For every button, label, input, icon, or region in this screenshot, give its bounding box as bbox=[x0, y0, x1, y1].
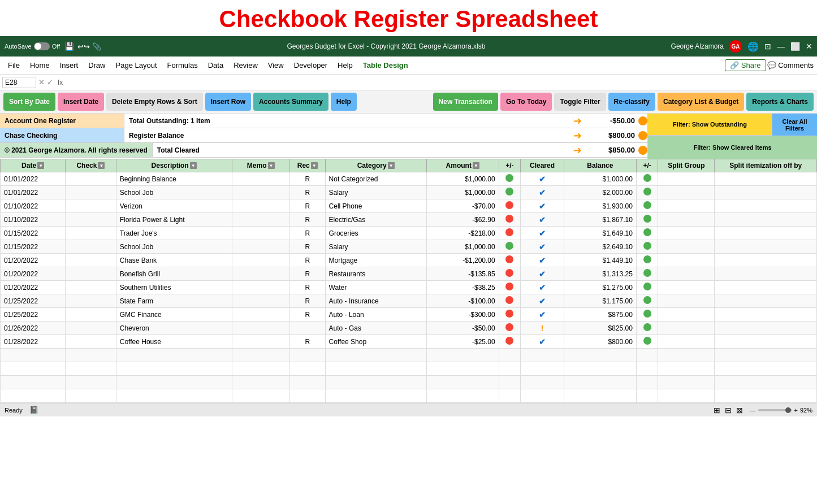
table-row[interactable]: 01/25/2022 State Farm R Auto - Insurance… bbox=[1, 294, 817, 308]
cell-amount-dot bbox=[499, 213, 520, 227]
empty-cell bbox=[325, 362, 426, 376]
accounts-summary-button[interactable]: Accounts Summary bbox=[253, 93, 328, 111]
cell-split-group bbox=[658, 294, 715, 308]
menu-developer[interactable]: Developer bbox=[289, 59, 332, 72]
toggle-filter-button[interactable]: Toggle Filter bbox=[554, 93, 606, 111]
cell-desc: Beginning Balance bbox=[116, 172, 232, 186]
cell-balance: $825.00 bbox=[564, 321, 636, 335]
amount-filter-icon[interactable]: ▼ bbox=[473, 162, 479, 169]
title-right: George Alzamora GA 🌐 ⊡ — ⬜ ✕ bbox=[671, 40, 812, 53]
cleared-check: ✔ bbox=[539, 283, 546, 292]
cleared-check: ✔ bbox=[539, 229, 546, 238]
share-button[interactable]: 🔗 Share bbox=[725, 59, 766, 71]
save-icon[interactable]: 💾 bbox=[64, 42, 74, 51]
cell-date: 01/20/2022 bbox=[1, 267, 66, 281]
menu-help[interactable]: Help bbox=[333, 59, 357, 72]
help-button[interactable]: Help bbox=[331, 93, 357, 111]
quick-access-icon[interactable]: 📎 bbox=[92, 42, 101, 51]
empty-cell bbox=[521, 362, 564, 376]
sort-by-date-button[interactable]: Sort By Date bbox=[3, 93, 55, 111]
table-row[interactable]: 01/20/2022 Southern Utilities R Water -$… bbox=[1, 281, 817, 294]
cell-split-itemization bbox=[715, 213, 817, 227]
menu-table-design[interactable]: Table Design bbox=[358, 59, 413, 72]
page-break-icon[interactable]: ⊠ bbox=[736, 406, 743, 415]
zoom-in-icon[interactable]: + bbox=[794, 407, 798, 414]
menu-review[interactable]: Review bbox=[229, 59, 262, 72]
cell-rec: R bbox=[289, 335, 325, 349]
menu-page-layout[interactable]: Page Layout bbox=[111, 59, 162, 72]
outstanding-row: Account One Register Total Outstanding: … bbox=[0, 114, 647, 128]
zoom-track[interactable] bbox=[758, 409, 792, 411]
cell-memo bbox=[232, 227, 289, 240]
insert-row-button[interactable]: Insert Row bbox=[205, 93, 251, 111]
delete-empty-rows-button[interactable]: Delete Empty Rows & Sort bbox=[106, 93, 203, 111]
go-to-today-button[interactable]: Go To Today bbox=[500, 93, 552, 111]
table-row[interactable]: 01/10/2022 Verizon R Cell Phone -$70.00 … bbox=[1, 199, 817, 213]
filter-cleared-button[interactable]: Filter: Show Cleared Items bbox=[648, 136, 817, 159]
table-row[interactable]: 01/28/2022 Coffee House R Coffee Shop -$… bbox=[1, 335, 817, 349]
category-list-button[interactable]: Category List & Budget bbox=[658, 93, 744, 111]
redo-icon[interactable]: ↪ bbox=[84, 42, 90, 51]
col-cleared: Cleared bbox=[521, 159, 564, 172]
menu-insert[interactable]: Insert bbox=[55, 59, 83, 72]
new-transaction-button[interactable]: New Transaction bbox=[433, 93, 498, 111]
date-filter-icon[interactable]: ▼ bbox=[37, 162, 44, 169]
cell-category: Restaurants bbox=[325, 267, 426, 281]
minimize-icon[interactable]: — bbox=[777, 42, 785, 51]
col-category: Category▼ bbox=[325, 159, 426, 172]
memo-filter-icon[interactable]: ▼ bbox=[268, 162, 275, 169]
cell-amount: -$70.00 bbox=[426, 199, 499, 213]
close-icon[interactable]: ✕ bbox=[806, 42, 812, 51]
menu-data[interactable]: Data bbox=[204, 59, 228, 72]
table-row[interactable]: 01/25/2022 GMC Finance R Auto - Loan -$3… bbox=[1, 308, 817, 321]
restore-icon[interactable]: ⊡ bbox=[764, 42, 771, 51]
insert-date-button[interactable]: Insert Date bbox=[58, 93, 104, 111]
table-row[interactable]: 01/10/2022 Florida Power & Light R Elect… bbox=[1, 213, 817, 227]
page-layout-icon[interactable]: ⊟ bbox=[725, 406, 732, 415]
table-row[interactable]: 01/01/2022 Beginning Balance R Not Categ… bbox=[1, 172, 817, 186]
table-body: 01/01/2022 Beginning Balance R Not Categ… bbox=[1, 172, 817, 403]
cell-cleared: ✔ bbox=[521, 335, 564, 349]
menu-file[interactable]: File bbox=[3, 59, 24, 72]
cell-amount: $1,000.00 bbox=[426, 172, 499, 186]
cell-reference[interactable] bbox=[2, 77, 36, 88]
menu-view[interactable]: View bbox=[263, 59, 288, 72]
cell-category: Salary bbox=[325, 240, 426, 254]
table-row[interactable]: 01/15/2022 School Job R Salary $1,000.00… bbox=[1, 240, 817, 254]
cell-balance-dot bbox=[636, 335, 658, 349]
reclassify-button[interactable]: Re-classify bbox=[608, 93, 655, 111]
empty-cell bbox=[232, 376, 289, 389]
register-balance-label: Register Balance bbox=[124, 132, 573, 140]
table-row[interactable]: 01/01/2022 School Job R Salary $1,000.00… bbox=[1, 186, 817, 199]
menu-formulas[interactable]: Formulas bbox=[163, 59, 202, 72]
rec-filter-icon[interactable]: ▼ bbox=[311, 162, 318, 169]
autosave-toggle[interactable] bbox=[34, 42, 50, 50]
table-row[interactable]: 01/26/2022 Cheveron Auto - Gas -$50.00 !… bbox=[1, 321, 817, 335]
cell-balance-dot bbox=[636, 199, 658, 213]
normal-view-icon[interactable]: ⊞ bbox=[714, 406, 720, 415]
filter-outstanding-button[interactable]: Filter: Show Outstanding bbox=[648, 114, 772, 136]
table-row[interactable]: 01/20/2022 Chase Bank R Mortgage -$1,200… bbox=[1, 254, 817, 267]
cell-balance: $2,649.10 bbox=[564, 240, 636, 254]
zoom-out-icon[interactable]: — bbox=[750, 407, 756, 414]
desc-filter-icon[interactable]: ▼ bbox=[190, 162, 197, 169]
undo-icon[interactable]: ↩ bbox=[77, 42, 84, 51]
clear-all-filters-button[interactable]: Clear All Filters bbox=[772, 114, 817, 136]
cat-filter-icon[interactable]: ▼ bbox=[388, 162, 395, 169]
globe-icon[interactable]: 🌐 bbox=[747, 41, 759, 52]
maximize-icon[interactable]: ⬜ bbox=[790, 42, 800, 51]
menu-draw[interactable]: Draw bbox=[84, 59, 110, 72]
formula-input[interactable] bbox=[67, 77, 815, 88]
cell-desc: Cheveron bbox=[116, 321, 232, 335]
table-row[interactable]: 01/15/2022 Trader Joe's R Groceries -$21… bbox=[1, 227, 817, 240]
autosave-area: AutoSave Off bbox=[5, 42, 60, 50]
table-row[interactable]: 01/20/2022 Bonefish Grill R Restaurants … bbox=[1, 267, 817, 281]
menu-home[interactable]: Home bbox=[25, 59, 54, 72]
cleared-check: ✔ bbox=[539, 256, 546, 265]
check-filter-icon[interactable]: ▼ bbox=[98, 162, 105, 169]
amount-dot bbox=[505, 201, 513, 209]
notebook-icon[interactable]: 📓 bbox=[29, 406, 38, 414]
empty-cell bbox=[564, 349, 636, 362]
comments-button[interactable]: 💬 Comments bbox=[767, 61, 814, 69]
reports-charts-button[interactable]: Reports & Charts bbox=[746, 93, 814, 111]
